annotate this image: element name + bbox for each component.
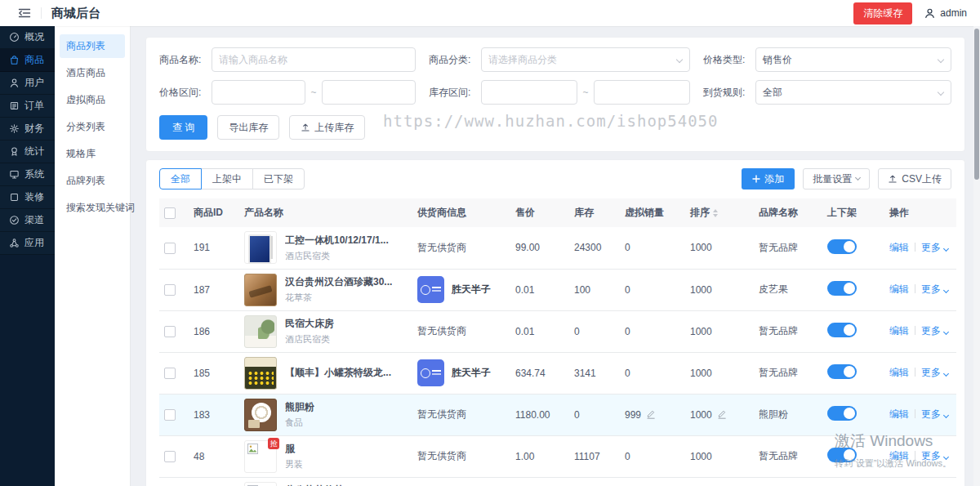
price-min-input[interactable] xyxy=(212,80,305,105)
chevron-down-icon xyxy=(943,246,949,252)
status-toggle[interactable] xyxy=(827,448,857,462)
sidebar-item-decorate[interactable]: 装修 xyxy=(0,186,55,209)
sort-icon[interactable] xyxy=(713,209,718,217)
arrival-rule-label: 到货规则: xyxy=(703,86,755,100)
chevron-down-icon xyxy=(938,56,944,63)
product-id: 187 xyxy=(194,284,210,296)
product-name[interactable]: 服 xyxy=(285,442,303,456)
add-button[interactable]: 添加 xyxy=(742,168,795,189)
arrival-rule-select[interactable]: 全部 xyxy=(755,80,951,105)
sidebar-fold-icon[interactable] xyxy=(18,7,31,19)
product-bag-icon xyxy=(9,55,20,65)
row-checkbox[interactable] xyxy=(164,326,176,337)
sort-value: 1000 xyxy=(690,284,712,296)
sidebar-item-finance[interactable]: 财务 xyxy=(0,118,55,140)
status-toggle[interactable] xyxy=(827,323,857,337)
submenu-item-virtual-products[interactable]: 虚拟商品 xyxy=(60,88,125,112)
virtual-sales-value: 0 xyxy=(625,451,630,462)
product-name[interactable]: 汉台贵州汉台酒珍藏30... xyxy=(285,275,392,289)
row-checkbox[interactable] xyxy=(164,243,176,254)
sidebar-item-orders[interactable]: 订单 xyxy=(0,95,55,118)
row-checkbox[interactable] xyxy=(164,368,176,379)
virtual-sales-value: 999 xyxy=(625,409,641,421)
price-value: 634.74 xyxy=(515,368,546,379)
csv-upload-button[interactable]: CSV上传 xyxy=(878,168,951,189)
submenu-item-category-list[interactable]: 分类列表 xyxy=(60,115,125,139)
sidebar-item-channel[interactable]: 渠道 xyxy=(0,209,55,232)
divider xyxy=(915,368,915,377)
stock-max-input[interactable] xyxy=(594,80,690,105)
chevron-down-icon xyxy=(943,288,949,293)
more-link[interactable]: 更多 xyxy=(921,367,948,378)
select-all-checkbox[interactable] xyxy=(164,207,176,219)
sidebar-item-products[interactable]: 商品 xyxy=(0,49,55,72)
user-menu[interactable]: admin xyxy=(924,7,967,20)
product-name[interactable]: 民宿大床房 xyxy=(285,317,334,331)
product-table-body: 191 工控一体机10/12/17/1... 酒店民宿类 xyxy=(159,227,956,486)
scrollbar-thumb[interactable] xyxy=(974,29,979,180)
upload-icon xyxy=(888,174,898,184)
product-name-input[interactable] xyxy=(212,47,416,72)
edit-link[interactable]: 编辑 xyxy=(889,367,909,378)
edit-link[interactable]: 编辑 xyxy=(889,450,909,461)
stock-value: 100 xyxy=(574,284,590,296)
status-toggle[interactable] xyxy=(827,239,857,254)
clear-cache-button[interactable]: 清除缓存 xyxy=(853,2,912,25)
product-name[interactable]: 【顺丰】小罐茶特级龙... xyxy=(285,366,391,380)
table-row: 47 蒲公英花草茶 花草茶 暂无供货商 xyxy=(159,477,956,486)
more-link[interactable]: 更多 xyxy=(921,283,948,295)
sidebar-item-stats[interactable]: 统计 xyxy=(0,140,55,163)
submenu-item-spec-library[interactable]: 规格库 xyxy=(60,142,125,166)
more-link[interactable]: 更多 xyxy=(921,325,948,337)
submenu-item-product-list[interactable]: 商品列表 xyxy=(60,34,125,58)
range-separator: ~ xyxy=(582,87,588,98)
sidebar-item-users[interactable]: 用户 xyxy=(0,72,55,95)
status-toggle[interactable] xyxy=(827,406,857,421)
status-toggle[interactable] xyxy=(827,364,857,379)
submenu-item-search-keywords[interactable]: 搜索发现关键词 xyxy=(60,196,125,220)
col-header-id: 商品ID xyxy=(189,198,239,227)
sidebar-item-overview[interactable]: 概况 xyxy=(0,26,55,49)
sidebar-item-system[interactable]: 系统 xyxy=(0,163,55,186)
divider xyxy=(915,326,915,335)
sort-value: 1000 xyxy=(690,368,712,379)
supplier-name: 暂无供货商 xyxy=(417,408,466,421)
edit-link[interactable]: 编辑 xyxy=(889,408,909,420)
table-row: 186 民宿大床房 酒店民宿类 暂无供 xyxy=(159,310,956,352)
tab-all[interactable]: 全部 xyxy=(159,168,202,189)
more-link[interactable]: 更多 xyxy=(921,242,948,253)
brand-value: 暂无品牌 xyxy=(759,450,798,461)
edit-link[interactable]: 编辑 xyxy=(889,283,909,295)
edit-pencil-icon[interactable] xyxy=(717,409,727,419)
sidebar-item-apps[interactable]: 应用 xyxy=(0,232,55,255)
search-button[interactable]: 查 询 xyxy=(159,115,207,140)
category-select[interactable]: 请选择商品分类 xyxy=(481,47,690,72)
row-checkbox[interactable] xyxy=(164,284,176,296)
edit-link[interactable]: 编辑 xyxy=(889,242,909,253)
more-link[interactable]: 更多 xyxy=(921,450,948,461)
product-name[interactable]: 工控一体机10/12/17/1... xyxy=(285,234,389,247)
stock-value: 0 xyxy=(574,326,580,337)
upload-stock-button[interactable]: 上传库存 xyxy=(289,115,365,140)
batch-settings-button[interactable]: 批量设置 xyxy=(803,168,870,189)
row-checkbox[interactable] xyxy=(164,409,176,421)
tab-on-shelf[interactable]: 上架中 xyxy=(201,168,253,189)
tab-off-shelf[interactable]: 已下架 xyxy=(252,168,305,189)
scrollbar[interactable] xyxy=(973,26,980,486)
edit-link[interactable]: 编辑 xyxy=(889,325,909,337)
more-link[interactable]: 更多 xyxy=(921,408,948,420)
virtual-sales-value: 0 xyxy=(625,242,630,253)
submenu-item-hotel-products[interactable]: 酒店商品 xyxy=(60,61,125,85)
product-name[interactable]: 熊胆粉 xyxy=(285,400,314,414)
row-checkbox[interactable] xyxy=(164,451,176,462)
export-stock-button[interactable]: 导出库存 xyxy=(217,115,279,140)
stock-min-input[interactable] xyxy=(481,80,577,105)
supplier-name: 暂无供货商 xyxy=(417,241,466,255)
submenu-item-brand-list[interactable]: 品牌列表 xyxy=(60,169,125,193)
apps-nodes-icon xyxy=(9,238,20,248)
price-max-input[interactable] xyxy=(322,80,416,105)
edit-pencil-icon[interactable] xyxy=(646,409,656,419)
status-toggle[interactable] xyxy=(827,281,857,296)
status-tabs: 全部 上架中 已下架 xyxy=(159,168,305,189)
price-type-select[interactable]: 销售价 xyxy=(755,47,951,72)
